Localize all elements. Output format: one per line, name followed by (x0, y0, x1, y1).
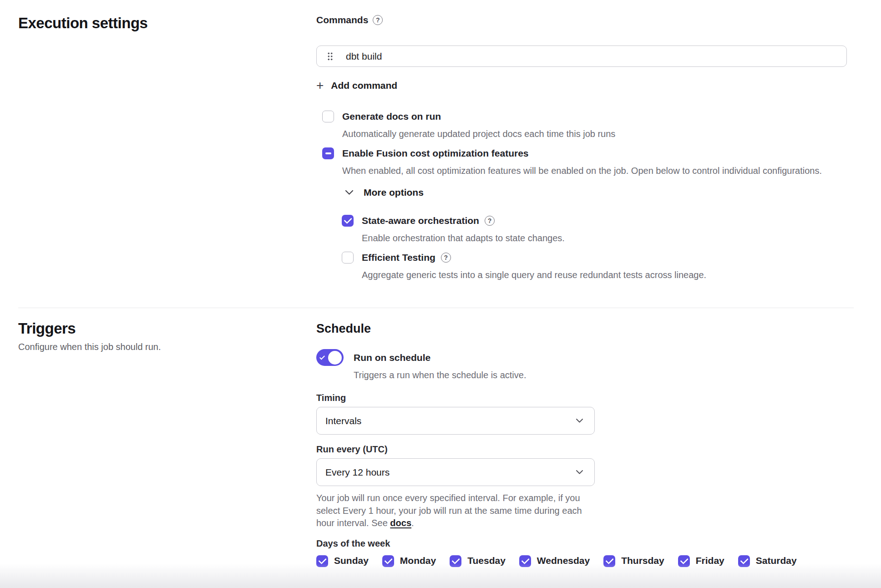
days-of-week-label: Days of the week (316, 538, 881, 549)
option-body: Efficient Testing ? Aggregate generic te… (362, 251, 706, 281)
monday-label: Monday (400, 555, 436, 566)
drag-handle-icon[interactable] (327, 52, 333, 61)
timing-label: Timing (316, 393, 881, 403)
execution-settings-content: Commands ? + Add command Generate docs o… (316, 15, 881, 281)
docs-link[interactable]: docs (390, 518, 411, 528)
state-aware-help-icon[interactable]: ? (485, 216, 495, 226)
triggers-left: Triggers Configure when this job should … (18, 320, 316, 567)
day-saturday: Saturday (738, 555, 797, 567)
efficient-testing-label: Efficient Testing (362, 251, 435, 264)
state-aware-label: State-aware orchestration (362, 214, 479, 227)
fusion-checkbox[interactable] (322, 147, 334, 159)
thursday-checkbox[interactable] (603, 555, 615, 567)
chevron-down-icon (576, 470, 583, 475)
sunday-checkbox[interactable] (316, 555, 328, 567)
run-on-schedule-desc: Triggers a run when the schedule is acti… (354, 370, 526, 380)
schedule-content: Schedule Run on schedule Triggers a run … (316, 320, 881, 567)
generate-docs-checkbox[interactable] (322, 111, 334, 122)
run-every-select[interactable]: Every 12 hours (316, 458, 595, 486)
day-friday: Friday (678, 555, 724, 567)
triggers-section: Triggers Configure when this job should … (0, 308, 881, 567)
option-efficient-testing: Efficient Testing ? Aggregate generic te… (342, 251, 881, 281)
saturday-checkbox[interactable] (738, 555, 750, 567)
bottom-scroll-fade (0, 563, 881, 588)
command-input[interactable] (316, 46, 847, 67)
execution-options: Generate docs on run Automatically gener… (316, 110, 881, 281)
run-every-select-value: Every 12 hours (325, 467, 390, 478)
state-aware-checkbox[interactable] (342, 215, 354, 227)
tuesday-checkbox[interactable] (450, 555, 461, 567)
state-aware-desc: Enable orchestration that adapts to stat… (362, 232, 565, 244)
add-command-button[interactable]: + Add command (316, 79, 397, 92)
option-fusion: Enable Fusion cost optimization features… (322, 147, 881, 177)
day-thursday: Thursday (603, 555, 664, 567)
command-row (316, 46, 847, 67)
execution-settings-section: Execution settings Commands ? + Add comm… (0, 0, 881, 281)
triggers-subtitle: Configure when this job should run. (18, 342, 316, 352)
efficient-testing-checkbox[interactable] (342, 252, 354, 264)
friday-label: Friday (696, 555, 724, 566)
toggle-text: Run on schedule Triggers a run when the … (354, 349, 526, 380)
generate-docs-label: Generate docs on run (342, 110, 441, 123)
add-command-label: Add command (331, 80, 397, 91)
commands-help-icon[interactable]: ? (373, 15, 383, 25)
cost-optimization-sub-options: State-aware orchestration ? Enable orche… (342, 214, 881, 281)
efficient-testing-help-icon[interactable]: ? (441, 253, 451, 263)
help-text-before: Your job will run once every specified i… (316, 493, 582, 528)
toggle-check-icon (319, 354, 325, 360)
saturday-label: Saturday (756, 555, 797, 566)
timing-select-value: Intervals (325, 416, 361, 426)
wednesday-label: Wednesday (537, 555, 590, 566)
option-body: State-aware orchestration ? Enable orche… (362, 214, 565, 244)
execution-settings-left: Execution settings (18, 15, 316, 281)
run-on-schedule-row: Run on schedule Triggers a run when the … (316, 349, 881, 380)
schedule-title: Schedule (316, 322, 881, 336)
wednesday-checkbox[interactable] (519, 555, 531, 567)
schedule-help-text: Your job will run once every specified i… (316, 492, 593, 530)
chevron-down-icon (576, 418, 583, 423)
day-monday: Monday (382, 555, 436, 567)
day-sunday: Sunday (316, 555, 369, 567)
run-on-schedule-label: Run on schedule (354, 349, 526, 366)
friday-checkbox[interactable] (678, 555, 690, 567)
option-state-aware: State-aware orchestration ? Enable orche… (342, 214, 881, 244)
option-generate-docs: Generate docs on run Automatically gener… (322, 110, 881, 140)
triggers-title: Triggers (18, 320, 316, 337)
more-options-toggle[interactable]: More options (345, 187, 424, 198)
option-body: Generate docs on run Automatically gener… (342, 110, 615, 140)
timing-select[interactable]: Intervals (316, 407, 595, 435)
execution-settings-title: Execution settings (18, 15, 316, 32)
generate-docs-desc: Automatically generate updated project d… (342, 128, 615, 140)
chevron-down-icon (345, 190, 354, 195)
help-text-after: . (411, 518, 414, 528)
commands-label-row: Commands ? (316, 15, 881, 25)
day-wednesday: Wednesday (519, 555, 590, 567)
day-tuesday: Tuesday (450, 555, 506, 567)
fusion-label: Enable Fusion cost optimization features (342, 147, 529, 160)
more-options-label: More options (364, 187, 424, 198)
thursday-label: Thursday (621, 555, 664, 566)
efficient-testing-desc: Aggregate generic tests into a single qu… (362, 269, 706, 281)
fusion-desc: When enabled, all cost optimization feat… (342, 165, 822, 177)
run-on-schedule-toggle[interactable] (316, 349, 344, 366)
option-body: Enable Fusion cost optimization features… (342, 147, 822, 177)
job-settings-page: Execution settings Commands ? + Add comm… (0, 0, 881, 588)
run-every-label: Run every (UTC) (316, 444, 881, 455)
days-of-week-row: Sunday Monday Tuesday Wednesday Thursday (316, 555, 881, 567)
plus-icon: + (316, 79, 324, 92)
tuesday-label: Tuesday (467, 555, 506, 566)
sunday-label: Sunday (334, 555, 369, 566)
toggle-knob (328, 351, 342, 365)
monday-checkbox[interactable] (382, 555, 394, 567)
commands-label: Commands (316, 15, 368, 25)
